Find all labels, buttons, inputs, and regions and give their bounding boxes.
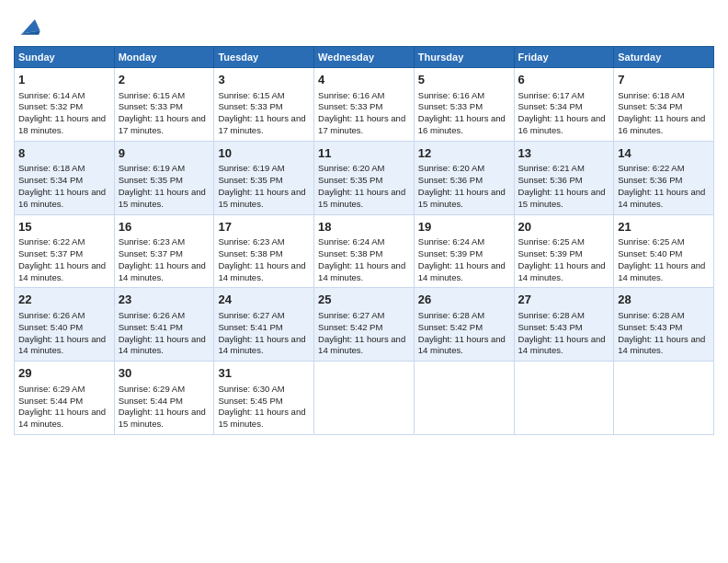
day-number: 26 [418,292,510,308]
day-number: 2 [119,72,210,88]
sunset-text: Sunset: 5:35 PM [119,175,183,185]
sunrise-text: Sunrise: 6:26 AM [18,310,85,320]
sunset-text: Sunset: 5:41 PM [119,322,183,332]
sunset-text: Sunset: 5:38 PM [218,248,282,259]
day-number: 1 [18,72,110,88]
calendar-cell: 15Sunrise: 6:22 AMSunset: 5:37 PMDayligh… [15,214,115,288]
sunrise-text: Sunrise: 6:15 AM [218,90,284,100]
sunrise-text: Sunrise: 6:20 AM [418,163,484,173]
calendar-cell: 20Sunrise: 6:25 AMSunset: 5:39 PMDayligh… [514,214,614,288]
sunset-text: Sunset: 5:33 PM [119,101,183,111]
daylight-text: Daylight: 11 hours and 16 minutes. [418,113,506,135]
calendar-cell: 13Sunrise: 6:21 AMSunset: 5:36 PMDayligh… [514,141,614,214]
sunset-text: Sunset: 5:39 PM [418,248,483,259]
sunset-text: Sunset: 5:40 PM [618,248,682,259]
daylight-text: Daylight: 11 hours and 14 minutes. [119,260,206,282]
calendar-cell: 1Sunrise: 6:14 AMSunset: 5:32 PMDaylight… [15,68,115,142]
sunrise-text: Sunrise: 6:28 AM [618,310,684,320]
calendar-cell: 3Sunrise: 6:15 AMSunset: 5:33 PMDaylight… [214,68,314,142]
daylight-text: Daylight: 11 hours and 14 minutes. [18,407,106,429]
calendar-cell: 10Sunrise: 6:19 AMSunset: 5:35 PMDayligh… [214,141,314,214]
sunrise-text: Sunrise: 6:25 AM [618,236,684,247]
sunrise-text: Sunrise: 6:19 AM [218,163,284,173]
day-number: 31 [218,365,310,382]
daylight-text: Daylight: 11 hours and 15 minutes. [518,187,606,209]
sunrise-text: Sunrise: 6:25 AM [518,236,585,247]
sunrise-text: Sunrise: 6:16 AM [418,90,484,100]
calendar-cell: 4Sunrise: 6:16 AMSunset: 5:33 PMDaylight… [314,68,415,142]
page-container: SundayMondayTuesdayWednesdayThursdayFrid… [0,0,728,444]
sunrise-text: Sunrise: 6:15 AM [119,90,185,100]
day-number: 30 [119,365,210,382]
day-number: 11 [318,145,410,162]
calendar-cell: 19Sunrise: 6:24 AMSunset: 5:39 PMDayligh… [414,214,514,288]
sunrise-text: Sunrise: 6:17 AM [518,90,585,100]
sunset-text: Sunset: 5:41 PM [218,322,282,332]
sunrise-text: Sunrise: 6:14 AM [18,90,85,100]
daylight-text: Daylight: 11 hours and 14 minutes. [218,334,305,356]
sunset-text: Sunset: 5:43 PM [518,322,583,332]
calendar-cell: 8Sunrise: 6:18 AMSunset: 5:34 PMDaylight… [15,141,115,214]
calendar-cell: 6Sunrise: 6:17 AMSunset: 5:34 PMDaylight… [514,68,614,142]
sunrise-text: Sunrise: 6:26 AM [119,310,185,320]
calendar-cell: 30Sunrise: 6:29 AMSunset: 5:44 PMDayligh… [114,362,214,435]
daylight-text: Daylight: 11 hours and 14 minutes. [518,260,606,282]
sunset-text: Sunset: 5:36 PM [418,175,483,185]
day-number: 25 [318,292,410,308]
sunset-text: Sunset: 5:42 PM [318,322,382,332]
calendar-week-row: 8Sunrise: 6:18 AMSunset: 5:34 PMDaylight… [15,141,714,214]
column-header-thursday: Thursday [414,47,514,68]
calendar-cell: 24Sunrise: 6:27 AMSunset: 5:41 PMDayligh… [214,288,314,362]
day-number: 23 [119,292,210,308]
sunrise-text: Sunrise: 6:30 AM [218,384,284,394]
day-number: 9 [119,145,210,162]
daylight-text: Daylight: 11 hours and 16 minutes. [518,113,606,135]
sunrise-text: Sunrise: 6:18 AM [18,163,85,173]
calendar-cell: 16Sunrise: 6:23 AMSunset: 5:37 PMDayligh… [114,214,214,288]
calendar-cell [314,362,415,435]
sunset-text: Sunset: 5:44 PM [18,396,83,406]
column-header-monday: Monday [114,47,214,68]
sunrise-text: Sunrise: 6:22 AM [18,236,85,247]
sunrise-text: Sunrise: 6:18 AM [618,90,684,100]
day-number: 20 [518,219,610,236]
day-number: 29 [18,365,110,382]
sunset-text: Sunset: 5:43 PM [618,322,682,332]
calendar-cell: 21Sunrise: 6:25 AMSunset: 5:40 PMDayligh… [614,214,714,288]
sunrise-text: Sunrise: 6:21 AM [518,163,585,173]
calendar-cell: 17Sunrise: 6:23 AMSunset: 5:38 PMDayligh… [214,214,314,288]
daylight-text: Daylight: 11 hours and 15 minutes. [119,407,206,429]
sunset-text: Sunset: 5:36 PM [618,175,682,185]
sunset-text: Sunset: 5:38 PM [318,248,382,259]
page-header [14,9,714,39]
calendar-cell: 14Sunrise: 6:22 AMSunset: 5:36 PMDayligh… [614,141,714,214]
column-header-tuesday: Tuesday [214,47,314,68]
calendar-cell: 18Sunrise: 6:24 AMSunset: 5:38 PMDayligh… [314,214,415,288]
day-number: 17 [218,219,310,236]
column-header-friday: Friday [514,47,614,68]
sunset-text: Sunset: 5:33 PM [218,101,282,111]
calendar-week-row: 29Sunrise: 6:29 AMSunset: 5:44 PMDayligh… [15,362,714,435]
day-number: 24 [218,292,310,308]
calendar-cell: 23Sunrise: 6:26 AMSunset: 5:41 PMDayligh… [114,288,214,362]
day-number: 10 [218,145,310,162]
sunset-text: Sunset: 5:39 PM [518,248,583,259]
calendar-cell: 22Sunrise: 6:26 AMSunset: 5:40 PMDayligh… [15,288,115,362]
calendar-week-row: 22Sunrise: 6:26 AMSunset: 5:40 PMDayligh… [15,288,714,362]
sunset-text: Sunset: 5:34 PM [18,175,83,185]
calendar-cell: 12Sunrise: 6:20 AMSunset: 5:36 PMDayligh… [414,141,514,214]
sunset-text: Sunset: 5:44 PM [119,396,183,406]
day-number: 14 [618,145,710,162]
daylight-text: Daylight: 11 hours and 14 minutes. [618,334,705,356]
calendar-cell [514,362,614,435]
daylight-text: Daylight: 11 hours and 15 minutes. [318,187,405,209]
sunset-text: Sunset: 5:33 PM [318,101,382,111]
sunrise-text: Sunrise: 6:24 AM [318,236,384,247]
calendar-cell [414,362,514,435]
sunset-text: Sunset: 5:35 PM [318,175,382,185]
daylight-text: Daylight: 11 hours and 18 minutes. [18,113,106,135]
calendar-cell: 5Sunrise: 6:16 AMSunset: 5:33 PMDaylight… [414,68,514,142]
day-number: 16 [119,219,210,236]
daylight-text: Daylight: 11 hours and 14 minutes. [418,260,506,282]
sunset-text: Sunset: 5:34 PM [518,101,583,111]
